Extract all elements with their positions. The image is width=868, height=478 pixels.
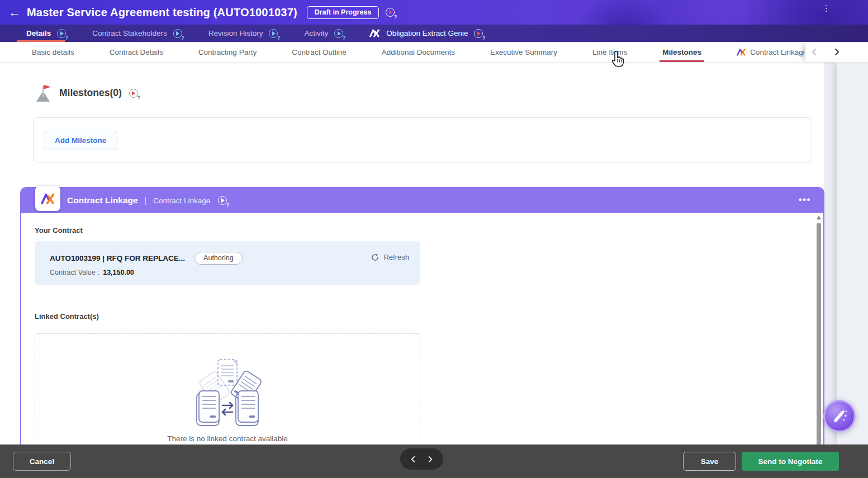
right-gutter — [824, 63, 837, 444]
subtab-line-items[interactable]: Line Items — [592, 48, 627, 56]
refresh-label: Refresh — [383, 253, 409, 261]
linkage-subtitle: Contract Linkage — [153, 197, 210, 205]
refresh-button[interactable]: Refresh — [371, 253, 409, 261]
your-contract-label: Your Contract — [35, 226, 83, 235]
save-button[interactable]: Save — [683, 452, 736, 471]
pager-chevron-left-icon[interactable] — [410, 456, 416, 462]
nav-tab-revision-history[interactable]: Revision History ? — [208, 25, 278, 42]
status-badge: Draft in Progress — [307, 6, 379, 19]
nav-tab-activity[interactable]: Activity ? — [304, 25, 343, 42]
nav-tab-contract-stakeholders[interactable]: Contract Stakeholders ? — [92, 25, 182, 42]
nav-tab-obligation-extract-genie[interactable]: Obligation Extract Genie ? — [369, 25, 483, 42]
guide-play-icon[interactable]: ? — [129, 89, 138, 98]
app-header: ← Master Service Agreement testing (AUTO… — [0, 0, 868, 25]
contract-name: AUTO1003199 | RFQ FOR REPLACE... — [50, 254, 185, 262]
guide-play-icon[interactable]: ? — [269, 29, 278, 38]
chevron-right-icon[interactable] — [833, 49, 840, 55]
linkage-title: Contract Linkage — [67, 195, 138, 205]
separator: | — [145, 196, 147, 205]
guide-play-icon[interactable]: ? — [334, 29, 343, 38]
guide-play-icon[interactable]: ? — [386, 8, 395, 17]
bottom-action-bar: Cancel Save Send to Negotiate — [0, 444, 868, 478]
send-to-negotiate-button[interactable]: Send to Negotiate — [742, 452, 839, 471]
documents-exchange-illustration — [180, 358, 275, 442]
contract-linkage-card: Contract Linkage | Contract Linkage ? ••… — [20, 187, 824, 444]
cancel-button[interactable]: Cancel — [13, 452, 71, 471]
milestones-card: Add Milestone — [33, 117, 812, 162]
subtab-strip: Basic details Contract Details Contracti… — [0, 42, 805, 62]
guide-play-icon[interactable]: ? — [173, 29, 182, 38]
ax-logo-icon — [41, 193, 55, 204]
back-arrow-icon[interactable]: ← — [8, 6, 21, 18]
milestones-section-header: Milestones(0) ? — [35, 84, 138, 102]
milestone-flag-icon — [35, 84, 52, 102]
contract-linkage-body: Your Contract AUTO1003199 | RFQ FOR REPL… — [21, 213, 823, 444]
scroll-up-arrow-icon[interactable] — [817, 216, 821, 219]
pager-chevron-right-icon[interactable] — [427, 456, 433, 462]
contract-linkage-header: Contract Linkage | Contract Linkage ? ••… — [21, 188, 823, 213]
right-side-panel — [837, 63, 868, 444]
guide-play-icon[interactable]: ? — [218, 196, 227, 205]
contract-value: 13,150.00 — [103, 269, 134, 276]
linkage-scrollbar — [815, 214, 823, 444]
ax-logo-tile — [35, 186, 60, 211]
subtab-scroller — [805, 42, 846, 62]
subtab-contracting-party[interactable]: Contracting Party — [198, 48, 257, 56]
kebab-menu-icon[interactable]: ⋮ — [822, 6, 830, 11]
add-milestone-button[interactable]: Add Milestone — [44, 131, 117, 150]
nav-tab-details[interactable]: Details ? — [26, 25, 66, 42]
contract-value-row: Contract Value : 13,150.00 — [50, 269, 134, 276]
scrollbar-thumb[interactable] — [817, 223, 821, 444]
linked-contracts-label: Linked Contract(s) — [35, 312, 99, 321]
refresh-icon — [371, 254, 379, 261]
chevron-left-icon[interactable] — [811, 49, 818, 55]
linkage-menu-icon[interactable]: ••• — [799, 195, 811, 204]
ax-logo-icon — [369, 29, 380, 37]
subtab-milestones[interactable]: Milestones — [662, 48, 701, 56]
authoring-status-badge: Authoring — [195, 252, 243, 265]
contract-value-label: Contract Value : — [50, 269, 99, 276]
guide-play-icon[interactable]: ? — [57, 29, 66, 38]
subtab-bar: Basic details Contract Details Contracti… — [0, 42, 868, 63]
genie-fab-button[interactable] — [823, 400, 856, 432]
subtab-executive-summary[interactable]: Executive Summary — [490, 48, 557, 56]
page-title: Master Service Agreement testing (AUTO10… — [27, 6, 297, 19]
milestones-title: Milestones(0) — [59, 87, 122, 99]
section-pager — [400, 448, 443, 470]
magic-wand-icon — [830, 407, 849, 426]
subtab-contract-linkage[interactable]: Contract Linkage — [737, 48, 804, 56]
guide-play-icon[interactable]: ? — [474, 29, 483, 38]
your-contract-card: AUTO1003199 | RFQ FOR REPLACE... Authori… — [35, 241, 420, 285]
subtab-additional-documents[interactable]: Additional Documents — [382, 48, 455, 56]
subtab-contract-details[interactable]: Contract Details — [110, 48, 163, 56]
subtab-contract-outline[interactable]: Contract Outline — [292, 48, 347, 56]
main-content: Milestones(0) ? Add Milestone Contract L… — [0, 63, 868, 444]
linked-contracts-empty-state: There is no linked contract available — [35, 333, 420, 444]
subtab-basic-details[interactable]: Basic details — [32, 48, 74, 56]
ax-logo-icon — [737, 49, 746, 56]
contract-title-row: AUTO1003199 | RFQ FOR REPLACE... Authori… — [50, 252, 243, 265]
empty-state-message: There is no linked contract available — [35, 434, 420, 443]
nav-tab-bar: Details ? Contract Stakeholders ? Revisi… — [0, 25, 868, 42]
